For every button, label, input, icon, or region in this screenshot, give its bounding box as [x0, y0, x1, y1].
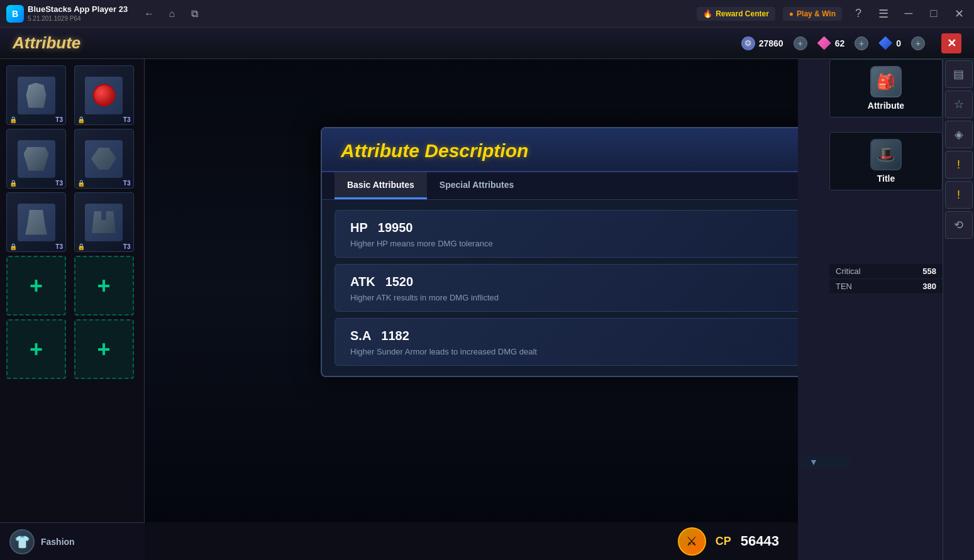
cp-icon: ⚔ — [678, 527, 706, 556]
stat-row-ten: TEN 380 — [829, 279, 943, 294]
tab-special-attributes[interactable]: Special Attributes — [427, 172, 527, 199]
lock-icon: 🔒 — [9, 116, 17, 123]
hp-stat-card: HP 19950 Higher HP means more DMG tolera… — [335, 210, 798, 258]
equipment-slot-1[interactable]: 🔒 T3 — [6, 65, 66, 125]
equipment-icon-2 — [85, 77, 123, 114]
equipment-icon-6 — [85, 204, 123, 241]
currency-group: ⬡ 27860 + 62 + 0 + ✕ — [741, 33, 961, 53]
cp-label: CP — [716, 535, 731, 548]
hp-stat-value: 19950 — [378, 221, 413, 235]
hp-stat-top: HP 19950 — [350, 221, 798, 235]
boot-icon — [25, 210, 47, 235]
sidebar-btn-4[interactable]: ◈ — [945, 121, 973, 148]
tier-badge: T3 — [123, 243, 131, 250]
add-icon: + — [30, 273, 43, 299]
sidebar-btn-5[interactable]: ! — [945, 151, 973, 178]
stat-name-critical: Critical — [836, 266, 861, 276]
lock-icon: 🔒 — [77, 116, 85, 123]
add-equipment-slot-3[interactable]: + — [6, 319, 66, 379]
sa-stat-value: 1182 — [381, 329, 409, 343]
attribute-panel-label: Attribute — [868, 101, 904, 111]
armor-icon — [24, 147, 49, 171]
app-title: BlueStacks App Player 23 5.21.201.1029 P… — [28, 4, 128, 23]
equipment-slot-6[interactable]: 🔒 T3 — [74, 192, 134, 252]
stat-row-critical: Critical 558 — [829, 264, 943, 279]
back-button[interactable]: ← — [140, 5, 158, 23]
equipment-slot-5[interactable]: 🔒 T3 — [6, 192, 66, 252]
hp-stat-name: HP — [350, 221, 368, 235]
attribute-description-dialog: Attribute Description ✕ Basic Attributes… — [321, 127, 798, 377]
atk-stat-top: ATK 1520 — [350, 275, 798, 289]
sidebar-btn-3[interactable]: ☆ — [945, 91, 973, 118]
equipment-slot-3[interactable]: 🔒 T3 — [6, 129, 66, 189]
equipment-panel: 🔒 T3 🔒 T3 🔒 T3 🔒 T3 — [0, 59, 145, 560]
sidebar-btn-7[interactable]: ⟲ — [945, 211, 973, 239]
close-game-button[interactable]: ✕ — [941, 33, 961, 53]
play-win-button[interactable]: ● Play & Win — [783, 7, 842, 21]
cp-bar: ⚔ CP 56443 — [145, 522, 798, 560]
title-side-panel: 🎩 Title — [829, 132, 943, 190]
dialog-content: HP 19950 Higher HP means more DMG tolera… — [322, 200, 798, 376]
fashion-icon: 👕 — [9, 529, 35, 554]
bluestacks-logo: B BlueStacks App Player 23 5.21.201.1029… — [6, 4, 128, 23]
equipment-icon-5 — [18, 204, 55, 241]
blue-currency: 0 — [878, 36, 901, 50]
tier-badge: T3 — [123, 180, 131, 187]
helmet-icon — [24, 83, 49, 108]
sidebar-btn-2[interactable]: ▤ — [945, 60, 973, 88]
add-equipment-slot-1[interactable]: + — [6, 256, 66, 316]
equipment-slot-4[interactable]: 🔒 T3 — [74, 129, 134, 189]
attribute-bag-icon: 🎒 — [870, 66, 902, 97]
game-header: Attribute ⬡ 27860 + 62 + 0 + ✕ — [0, 28, 974, 59]
fashion-label: Fashion — [41, 537, 75, 547]
tabs-button[interactable]: ⧉ — [185, 5, 203, 23]
gold-currency: ⬡ 27860 — [741, 36, 783, 50]
tier-badge: T3 — [123, 116, 131, 123]
orb-icon — [93, 84, 115, 106]
sa-stat-name: S.A — [350, 329, 371, 343]
add-equipment-slot-2[interactable]: + — [74, 256, 134, 316]
sidebar-btn-6[interactable]: ! — [945, 181, 973, 209]
add-diamond-button[interactable]: + — [855, 36, 868, 50]
page-title: Attribute — [13, 33, 80, 53]
diamond-currency: 62 — [817, 36, 845, 50]
fashion-bar[interactable]: 👕 Fashion — [0, 522, 145, 560]
add-icon: + — [97, 273, 110, 299]
help-button[interactable]: ? — [849, 5, 867, 23]
wing-icon — [91, 148, 116, 170]
settings-button[interactable]: ☰ — [875, 5, 892, 23]
main-game-area: Attribute Description ✕ Basic Attributes… — [145, 59, 798, 522]
scroll-chevron-down-icon[interactable]: ▼ — [809, 457, 818, 467]
circle-icon: ● — [789, 9, 794, 18]
atk-stat-card: ATK 1520 Higher ATK results in more DMG … — [335, 264, 798, 312]
minimize-button[interactable]: ─ — [900, 5, 917, 23]
fire-icon: 🔥 — [703, 9, 712, 18]
reward-center-button[interactable]: 🔥 Reward Center — [697, 7, 775, 21]
sa-stat-top: S.A 1182 — [350, 329, 798, 343]
atk-stat-desc: Higher ATK results in more DMG inflicted — [350, 293, 798, 302]
home-button[interactable]: ⌂ — [163, 5, 180, 23]
atk-stat-value: 1520 — [385, 275, 414, 289]
scroll-down-area: ▼ — [829, 510, 943, 516]
dialog-title: Attribute Description — [341, 140, 528, 162]
dialog-tabs: Basic Attributes Special Attributes — [322, 172, 798, 200]
add-equipment-slot-4[interactable]: + — [74, 319, 134, 379]
equipment-slot-2[interactable]: 🔒 T3 — [74, 65, 134, 125]
bluestacks-topbar: B BlueStacks App Player 23 5.21.201.1029… — [0, 0, 974, 28]
equipment-icon-1 — [18, 77, 55, 114]
lock-icon: 🔒 — [9, 180, 17, 187]
equipment-grid: 🔒 T3 🔒 T3 🔒 T3 🔒 T3 — [6, 65, 138, 379]
cp-value: 56443 — [741, 533, 779, 549]
stat-value-ten: 380 — [922, 282, 936, 291]
restore-button[interactable]: □ — [925, 5, 943, 23]
equipment-icon-3 — [18, 140, 55, 178]
blue-diamond-icon — [878, 36, 892, 50]
close-app-button[interactable]: ✕ — [950, 5, 968, 23]
add-gold-button[interactable]: + — [794, 36, 807, 50]
add-blue-button[interactable]: + — [911, 36, 925, 50]
tab-basic-attributes[interactable]: Basic Attributes — [335, 172, 427, 199]
add-icon: + — [30, 336, 43, 363]
coin-icon: ⬡ — [741, 36, 755, 50]
sa-stat-card: S.A 1182 Higher Sunder Armor leads to in… — [335, 318, 798, 366]
dialog-header: Attribute Description ✕ — [322, 128, 798, 172]
